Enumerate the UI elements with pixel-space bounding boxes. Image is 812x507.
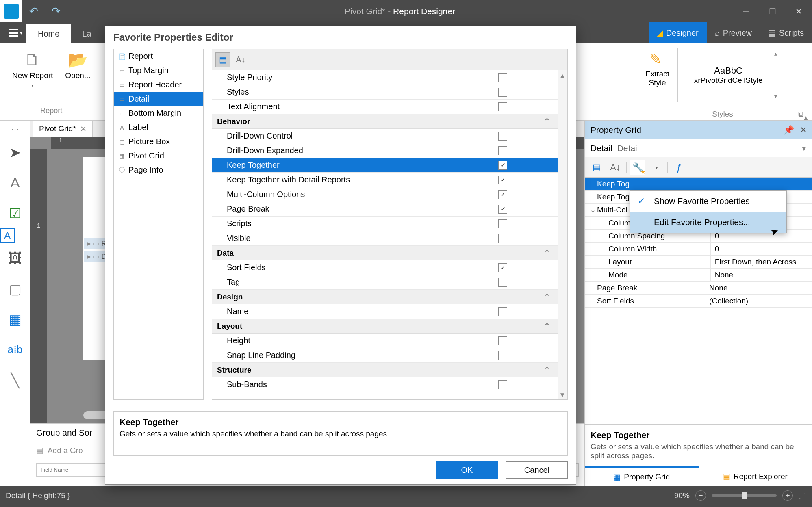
tool-checkbox[interactable]: ☑ xyxy=(0,198,30,228)
element-type-item[interactable]: ▭Detail xyxy=(114,92,203,106)
property-category[interactable]: Behavior⌃ xyxy=(212,114,567,129)
favorites-dropdown-button[interactable]: ▾ xyxy=(649,160,664,175)
property-row[interactable]: Name xyxy=(212,304,567,319)
property-grid-row[interactable]: ModeNone xyxy=(585,269,812,282)
tool-panel[interactable]: ▢ xyxy=(0,273,30,304)
zoom-out-button[interactable]: − xyxy=(695,490,706,501)
maximize-button[interactable]: ☐ xyxy=(759,0,786,22)
property-checkbox[interactable] xyxy=(498,102,507,111)
property-checkbox[interactable] xyxy=(498,336,507,345)
tool-line[interactable]: ╲ xyxy=(0,365,30,395)
property-category[interactable]: Data⌃ xyxy=(212,246,567,260)
document-tab[interactable]: Pivot Grid* ✕ xyxy=(33,121,93,137)
expression-button[interactable]: ƒ xyxy=(671,160,686,175)
tool-picturebox[interactable]: 🖼 xyxy=(0,243,30,273)
gallery-up-button[interactable]: ▴ xyxy=(774,50,777,57)
element-type-item[interactable]: ⓘPage Info xyxy=(114,163,203,177)
property-checkbox[interactable] xyxy=(498,351,507,360)
close-window-button[interactable]: ✕ xyxy=(786,0,812,22)
alphabetical-view-button[interactable]: A↓ xyxy=(233,52,248,67)
close-tab-icon[interactable]: ✕ xyxy=(80,124,87,134)
property-row[interactable]: Page Break✓ xyxy=(212,202,567,217)
tab-report-explorer[interactable]: ▤ Report Explorer xyxy=(699,466,812,486)
property-value[interactable] xyxy=(705,182,812,186)
property-row[interactable]: Sort Fields✓ xyxy=(212,260,567,275)
property-checkbox[interactable]: ✓ xyxy=(498,263,507,272)
property-checkbox[interactable] xyxy=(498,234,507,243)
tool-table[interactable]: ▦ xyxy=(0,304,30,334)
zoom-slider[interactable] xyxy=(712,494,777,497)
new-report-button[interactable]: 🗋 New Report ▾ xyxy=(8,48,57,105)
property-row[interactable]: Visible xyxy=(212,231,567,246)
property-checkbox[interactable]: ✓ xyxy=(498,176,507,184)
property-row[interactable]: Drill-Down Expanded xyxy=(212,143,567,158)
gallery-down-button[interactable]: ▾ xyxy=(774,93,777,100)
tab-home[interactable]: Home xyxy=(26,24,71,43)
add-group-label[interactable]: Add a Gro xyxy=(48,446,83,455)
property-grid-row[interactable]: LayoutFirst Down, then Across xyxy=(585,256,812,269)
minimize-button[interactable]: ─ xyxy=(733,0,759,22)
property-category[interactable]: Layout⌃ xyxy=(212,319,567,334)
element-type-item[interactable]: ▭Bottom Margin xyxy=(114,106,203,120)
undo-button[interactable]: ↶ xyxy=(22,0,45,22)
extract-style-button[interactable]: ✎ Extract Style xyxy=(641,48,673,91)
property-checkbox[interactable] xyxy=(498,278,507,287)
alphabetical-button[interactable]: A↓ xyxy=(608,160,623,175)
ok-button[interactable]: OK xyxy=(436,462,498,479)
property-checkbox[interactable] xyxy=(498,219,507,228)
styles-launcher-icon[interactable]: ⧉ xyxy=(798,110,804,119)
open-button[interactable]: 📂 Open... xyxy=(61,48,94,105)
property-row[interactable]: Drill-Down Control xyxy=(212,129,567,143)
property-value[interactable]: 0 xyxy=(710,243,812,255)
cancel-button[interactable]: Cancel xyxy=(506,462,568,479)
property-category[interactable]: Structure⌃ xyxy=(212,363,567,377)
property-checkbox[interactable] xyxy=(498,88,507,97)
property-grid-row[interactable]: Sort Fields(Collection) xyxy=(585,295,812,308)
preview-view-button[interactable]: ⌕ Preview xyxy=(707,22,760,43)
show-favorite-properties-item[interactable]: ✓ Show Favorite Properties xyxy=(630,191,786,212)
property-row[interactable]: Sub-Bands xyxy=(212,377,567,392)
element-type-item[interactable]: ▭Top Margin xyxy=(114,63,203,78)
scroll-down-button[interactable]: ▾ xyxy=(558,390,567,399)
tool-richtext[interactable]: A xyxy=(0,228,15,243)
property-row[interactable]: Multi-Column Options✓ xyxy=(212,187,567,202)
zoom-in-button[interactable]: + xyxy=(782,490,793,501)
toolbox-options[interactable]: ⋯ xyxy=(0,121,30,137)
tool-pointer[interactable]: ➤ xyxy=(0,137,30,167)
property-value[interactable]: (Collection) xyxy=(705,295,812,307)
property-category[interactable]: Design⌃ xyxy=(212,290,567,304)
designer-view-button[interactable]: ◢ Designer xyxy=(649,22,707,43)
property-row[interactable]: Text Alignment xyxy=(212,100,567,114)
element-type-item[interactable]: ▦Pivot Grid xyxy=(114,149,203,163)
file-menu-button[interactable]: ▾ xyxy=(4,22,26,43)
element-type-item[interactable]: 📄Report xyxy=(114,49,203,63)
property-value[interactable]: First Down, then Across xyxy=(710,256,812,268)
tool-label[interactable]: A xyxy=(0,167,30,198)
favorites-button[interactable]: 🔧★ xyxy=(630,160,645,175)
property-checkbox[interactable] xyxy=(498,307,507,316)
property-checkbox[interactable]: ✓ xyxy=(498,161,507,170)
scroll-up-button[interactable]: ▴ xyxy=(558,70,567,80)
close-panel-icon[interactable]: ✕ xyxy=(800,125,807,135)
property-row[interactable]: Snap Line Padding xyxy=(212,348,567,363)
chevron-down-icon[interactable]: ▾ xyxy=(802,143,806,153)
property-row[interactable]: Styles xyxy=(212,85,567,100)
categorized-view-button[interactable]: ▤ xyxy=(215,52,230,67)
edit-favorite-properties-item[interactable]: Edit Favorite Properties... xyxy=(630,212,786,233)
property-value[interactable]: None xyxy=(705,282,812,294)
property-checkbox[interactable]: ✓ xyxy=(498,190,507,199)
property-row[interactable]: Style Priority xyxy=(212,70,567,85)
scripts-view-button[interactable]: ▤ Scripts xyxy=(760,22,812,43)
property-checkbox[interactable] xyxy=(498,146,507,155)
property-value[interactable]: None xyxy=(710,269,812,281)
tab-property-grid[interactable]: ▦ Property Grid xyxy=(585,466,699,486)
add-group-icon[interactable]: ▤ xyxy=(36,446,43,455)
property-checkbox[interactable]: ✓ xyxy=(498,205,507,214)
element-type-item[interactable]: ▢Picture Box xyxy=(114,134,203,149)
property-row[interactable]: Keep Together with Detail Reports✓ xyxy=(212,173,567,187)
object-selector[interactable]: Detail Detail ▾ xyxy=(585,139,812,157)
tab-layout[interactable]: La xyxy=(71,24,102,43)
pin-icon[interactable]: 📌 xyxy=(784,125,794,135)
property-row[interactable]: Tag xyxy=(212,275,567,290)
style-gallery[interactable]: AaBbC xrPivotGridCellStyle ▴ ▾ xyxy=(677,48,779,102)
